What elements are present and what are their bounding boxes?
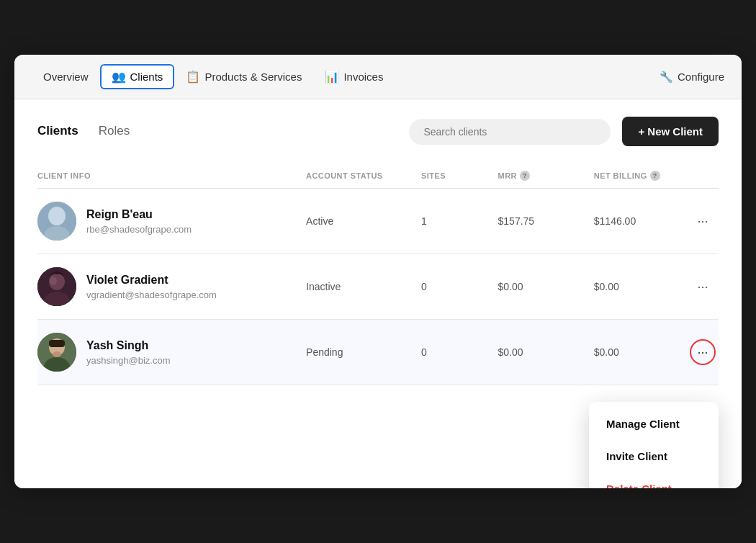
client-details-violet: Violet Gradient vgradient@shadesofgrape.… [86,274,217,300]
svg-rect-11 [49,340,65,347]
col-header-client-info: CLIENT INFO [37,171,306,181]
avatar-yash [37,333,76,372]
more-button-violet[interactable]: ··· [690,274,716,300]
client-details-yash: Yash Singh yashsingh@biz.com [86,339,171,366]
col-header-account-status: ACCOUNT STATUS [306,171,421,181]
status-yash: Pending [306,346,421,358]
avatar-reign [37,202,76,241]
svg-point-12 [53,351,61,357]
col-header-mrr: MRR ? [498,171,594,181]
billing-violet: $0.00 [594,281,690,292]
products-nav-label: Products & Services [204,71,302,83]
context-menu-delete[interactable]: Delete Client [589,472,719,488]
clients-nav-label: Clients [130,71,163,83]
col-header-actions [690,171,719,181]
table-header: CLIENT INFO ACCOUNT STATUS SITES MRR ? N… [37,163,719,189]
col-header-net-billing: NET BILLING ? [594,171,690,181]
sub-nav: Clients Roles + New Client [37,117,719,146]
clients-nav-icon: 👥 [112,70,126,84]
invoices-nav-label: Invoices [343,71,383,83]
client-name-violet: Violet Gradient [86,274,217,287]
top-nav: Overview 👥 Clients 📋 Products & Services… [14,55,742,99]
app-window: Overview 👥 Clients 📋 Products & Services… [14,55,742,488]
sites-violet: 0 [421,281,498,292]
mrr-reign: $157.75 [498,215,594,227]
context-menu-invite[interactable]: Invite Client [589,440,719,472]
table-row: Reign B'eau rbe@shadesofgrape.com Active… [37,189,719,254]
billing-reign: $1146.00 [594,215,690,227]
context-menu: Manage Client Invite Client Delete Clien… [589,402,719,488]
table-row: Yash Singh yashsingh@biz.com Pending 0 $… [37,320,719,385]
more-button-yash[interactable]: ··· [690,339,716,365]
nav-item-products[interactable]: 📋 Products & Services [174,64,313,89]
sites-yash: 0 [421,346,498,358]
configure-button[interactable]: 🔧 Configure [660,71,724,84]
avatar-violet [37,267,76,306]
configure-icon: 🔧 [660,71,673,84]
nav-item-overview[interactable]: Overview [32,65,100,89]
main-content: Clients Roles + New Client CLIENT INFO A… [14,99,742,488]
mrr-violet: $0.00 [498,281,594,292]
status-reign: Active [306,215,421,227]
context-menu-manage[interactable]: Manage Client [589,408,719,440]
sub-nav-roles[interactable]: Roles [99,124,130,140]
billing-yash: $0.00 [594,346,690,358]
sub-nav-clients[interactable]: Clients [37,124,78,140]
products-nav-icon: 📋 [186,70,200,84]
search-input[interactable] [423,126,596,138]
client-email-reign: rbe@shadesofgrape.com [86,224,192,235]
client-info-yash: Yash Singh yashsingh@biz.com [37,333,306,372]
client-info-reign: Reign B'eau rbe@shadesofgrape.com [37,202,306,241]
invoices-nav-icon: 📊 [325,70,339,84]
nav-item-clients[interactable]: 👥 Clients [100,64,175,89]
client-details-reign: Reign B'eau rbe@shadesofgrape.com [86,208,192,235]
search-box[interactable] [409,119,611,145]
more-button-reign[interactable]: ··· [690,208,716,234]
net-billing-help-icon[interactable]: ? [650,171,660,181]
client-name-reign: Reign B'eau [86,208,192,221]
mrr-yash: $0.00 [498,346,594,358]
status-violet: Inactive [306,281,421,292]
configure-label: Configure [678,71,724,83]
sites-reign: 1 [421,215,498,227]
nav-item-invoices[interactable]: 📊 Invoices [313,64,395,89]
table-row: Violet Gradient vgradient@shadesofgrape.… [37,254,719,320]
client-email-yash: yashsingh@biz.com [86,355,171,366]
client-email-violet: vgradient@shadesofgrape.com [86,290,217,300]
mrr-help-icon[interactable]: ? [520,171,530,181]
client-info-violet: Violet Gradient vgradient@shadesofgrape.… [37,267,306,306]
client-name-yash: Yash Singh [86,339,171,352]
overview-label: Overview [43,71,89,83]
new-client-button[interactable]: + New Client [622,117,719,146]
col-header-sites: SITES [421,171,498,181]
